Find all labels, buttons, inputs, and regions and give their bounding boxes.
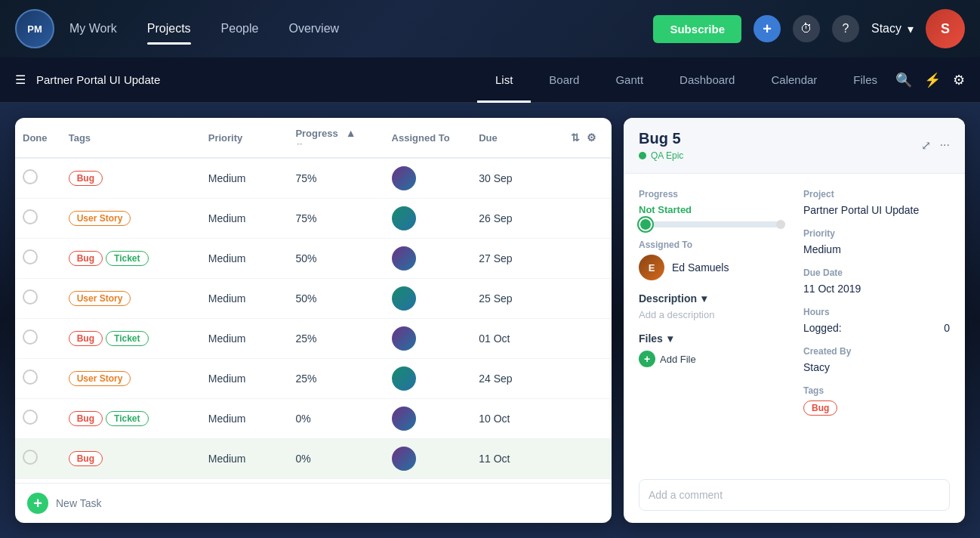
tag-user-story[interactable]: User Story (69, 371, 131, 386)
task-checkbox[interactable] (23, 369, 38, 385)
cell-due: 11 Oct (471, 439, 559, 479)
due-value: 24 Sep (479, 373, 512, 385)
table-row[interactable]: Bug Medium 0% 11 Oct (15, 439, 612, 479)
files-header[interactable]: Files ▾ (639, 332, 785, 345)
tag-bug[interactable]: Bug (69, 451, 103, 466)
filter-action-icon[interactable]: ⚙ (587, 131, 596, 144)
progress-value: 0% (295, 453, 310, 465)
task-checkbox[interactable] (23, 450, 38, 465)
col-header-due: Due (471, 118, 559, 158)
progress-bar-handle[interactable] (639, 218, 652, 231)
due-value: 27 Sep (479, 252, 512, 264)
files-chevron-icon[interactable]: ▾ (667, 332, 673, 345)
more-icon[interactable]: ··· (940, 138, 950, 153)
progress-section: Progress Not Started (639, 189, 785, 227)
cell-due: 24 Sep (471, 359, 559, 399)
tab-gantt[interactable]: Gantt (597, 57, 661, 103)
table-row[interactable]: User Story Medium 50% 25 Sep (15, 279, 612, 319)
table-row[interactable]: Bug Medium 75% 30 Sep (15, 158, 612, 199)
tab-dashboard[interactable]: Dashboard (661, 57, 753, 103)
cell-assigned (384, 158, 472, 199)
tab-board[interactable]: Board (531, 57, 597, 103)
project-field-label: Project (803, 189, 950, 199)
table-row[interactable]: User Story Medium 25% 24 Sep (15, 359, 612, 399)
nav-people[interactable]: People (221, 16, 259, 42)
resize-handle[interactable]: ↔ (295, 139, 376, 148)
files-section: Files ▾ + Add File (639, 332, 785, 367)
second-nav-icons: 🔍 ⚡ ⚙ (895, 72, 965, 88)
hours-logged-value: 0 (944, 322, 950, 334)
cell-assigned (384, 239, 472, 279)
hamburger-icon[interactable]: ☰ (15, 73, 26, 87)
col-header-progress[interactable]: Progress ▲ ↔ (288, 118, 384, 158)
task-checkbox[interactable] (23, 410, 38, 425)
description-chevron-icon[interactable]: ▾ (701, 292, 707, 305)
timer-icon[interactable]: ⏱ (793, 15, 820, 42)
nav-projects[interactable]: Projects (147, 16, 191, 42)
table-row[interactable]: BugTicket Medium 0% 10 Oct (15, 399, 612, 439)
task-checkbox[interactable] (23, 209, 38, 224)
detail-left-col: Progress Not Started Assigned To E Ed Sa… (639, 189, 785, 416)
tags-section: Tags Bug (803, 385, 950, 416)
new-task-label[interactable]: New Task (56, 497, 101, 509)
user-name-label: Stacy (871, 22, 901, 36)
filter-icon[interactable]: ⚡ (924, 72, 941, 88)
tab-files[interactable]: Files (835, 57, 895, 103)
new-task-bar: + New Task (15, 483, 612, 523)
tag-bug[interactable]: Bug (69, 251, 103, 266)
sort-action-icon[interactable]: ⇅ (571, 131, 580, 144)
sort-icon[interactable]: ▲ (346, 127, 356, 139)
due-date-field-label: Due Date (803, 267, 950, 278)
user-menu[interactable]: Stacy ▾ (871, 22, 914, 36)
created-by-value: Stacy (803, 361, 950, 373)
tag-bug[interactable]: Bug (69, 171, 103, 186)
table-row[interactable]: BugTicket Medium 25% 01 Oct (15, 319, 612, 359)
tag-bug[interactable]: Bug (69, 331, 103, 346)
add-icon[interactable]: + (753, 15, 781, 42)
task-checkbox[interactable] (23, 169, 38, 184)
task-checkbox[interactable] (23, 249, 38, 264)
tag-ticket[interactable]: Ticket (106, 251, 148, 266)
task-checkbox[interactable] (23, 289, 38, 305)
cell-priority: Medium (201, 439, 288, 479)
nav-mywork[interactable]: My Work (69, 16, 117, 42)
help-icon[interactable]: ? (832, 15, 859, 42)
add-file-button[interactable]: + Add File (639, 351, 785, 367)
tab-list[interactable]: List (477, 57, 531, 103)
progress-label: Progress (295, 128, 337, 139)
priority-field: Priority Medium (803, 228, 950, 255)
add-task-icon[interactable]: + (27, 493, 48, 514)
project-field-value: Partner Portal UI Update (803, 204, 950, 216)
priority-value: Medium (208, 292, 246, 305)
detail-title: Bug 5 (639, 130, 683, 147)
progress-bar-track[interactable] (639, 221, 785, 227)
settings-icon[interactable]: ⚙ (953, 72, 965, 88)
comment-box[interactable]: Add a comment (639, 479, 950, 511)
priority-value: Medium (208, 332, 246, 345)
task-checkbox[interactable] (23, 329, 38, 345)
description-header[interactable]: Description ▾ (639, 292, 785, 305)
col-header-done: Done (15, 118, 61, 158)
table-row[interactable]: BugTicket Medium 50% 27 Sep (15, 239, 612, 279)
avatar (392, 286, 416, 311)
avatar (392, 246, 416, 271)
tag-bug[interactable]: Bug (803, 400, 837, 416)
tag-user-story[interactable]: User Story (69, 291, 131, 306)
col-header-assigned: Assigned To (384, 118, 472, 158)
expand-icon[interactable]: ⤢ (921, 138, 931, 153)
user-avatar[interactable]: S (926, 9, 965, 48)
tag-ticket[interactable]: Ticket (106, 411, 148, 426)
tag-ticket[interactable]: Ticket (106, 331, 148, 346)
description-placeholder[interactable]: Add a description (639, 309, 785, 320)
table-row[interactable]: User Story Medium 75% 26 Sep (15, 199, 612, 239)
subscribe-button[interactable]: Subscribe (653, 15, 741, 43)
nav-overview[interactable]: Overview (288, 16, 339, 42)
due-value: 25 Sep (479, 292, 512, 305)
assigned-avatar: E (639, 255, 664, 280)
epic-dot (639, 152, 646, 159)
tag-user-story[interactable]: User Story (69, 211, 131, 226)
tab-calendar[interactable]: Calendar (753, 57, 835, 103)
tag-bug[interactable]: Bug (69, 411, 103, 426)
detail-title-section: Bug 5 QA Epic (639, 130, 683, 161)
search-icon[interactable]: 🔍 (895, 72, 912, 88)
